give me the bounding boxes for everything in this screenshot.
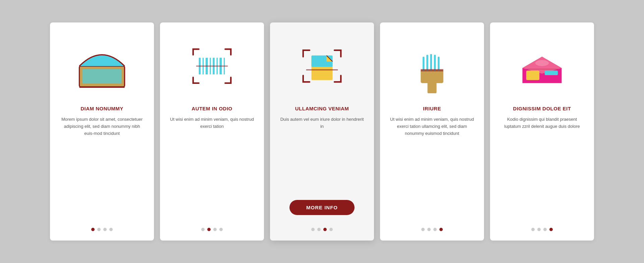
svg-rect-20 [438, 57, 440, 71]
card-5-title: DIGNISSIM DOLOE EIT [513, 106, 571, 111]
dot [103, 228, 107, 231]
card-1-text: Morem ipsum dolor sit amet, consectetuer… [59, 116, 145, 221]
svg-rect-19 [434, 55, 436, 71]
card-4: IRIURE Ut wisi enim ad minim veniam, qui… [380, 22, 484, 241]
card-2-title: AUTEM IN ODIO [192, 106, 232, 111]
svg-rect-17 [426, 55, 428, 71]
file-scan-icon [292, 36, 352, 96]
card-4-text: Ut wisi enim ad minim veniam, quis nostr… [389, 116, 475, 221]
card-2-dots [201, 228, 223, 231]
palette-icon [512, 36, 572, 96]
card-4-title: IRIURE [423, 106, 441, 111]
svg-rect-24 [545, 71, 558, 75]
barcode-icon [182, 36, 242, 96]
svg-rect-23 [526, 71, 539, 80]
dot [109, 228, 113, 231]
card-3: ULLAMCING VENIAM Duis autem vel eum iriu… [270, 22, 374, 241]
brush-icon [402, 36, 462, 96]
cards-container: DIAM NONUMMY Morem ipsum dolor sit amet,… [30, 9, 614, 254]
dot [549, 228, 553, 231]
svg-rect-1 [83, 69, 122, 84]
dot [439, 228, 443, 231]
card-5-text: Kodio dignissim qui blandit praesent lup… [499, 116, 585, 221]
dot [543, 228, 547, 231]
dot [427, 228, 431, 231]
svg-rect-22 [428, 82, 437, 93]
card-1: DIAM NONUMMY Morem ipsum dolor sit amet,… [50, 22, 154, 241]
dot [97, 228, 101, 231]
svg-rect-18 [430, 54, 432, 71]
svg-point-25 [535, 60, 549, 66]
dot [531, 228, 535, 231]
dot [317, 228, 321, 231]
card-1-dots [91, 228, 113, 231]
card-1-title: DIAM NONUMMY [80, 106, 123, 111]
card-3-text: Duis autem vel eum iriure dolor in hendr… [279, 116, 365, 194]
card-5-dots [531, 228, 553, 231]
dot [213, 228, 217, 231]
card-5: DIGNISSIM DOLOE EIT Kodio dignissim qui … [490, 22, 594, 241]
dot [311, 228, 315, 231]
dot [323, 228, 327, 231]
card-3-title: ULLAMCING VENIAM [295, 106, 349, 111]
svg-rect-15 [421, 70, 443, 83]
svg-rect-16 [423, 57, 425, 71]
card-4-dots [421, 228, 443, 231]
svg-rect-21 [421, 69, 443, 71]
card-2: AUTEM IN ODIO Ut wisi enim ad minim veni… [160, 22, 264, 241]
dot [421, 228, 425, 231]
dot [433, 228, 437, 231]
card-3-dots [311, 228, 333, 231]
dot [329, 228, 333, 231]
dot [201, 228, 205, 231]
dot [91, 228, 95, 231]
scanner-icon [72, 36, 132, 96]
dot [219, 228, 223, 231]
card-2-text: Ut wisi enim ad minim veniam, quis nostr… [169, 116, 255, 221]
dot [207, 228, 211, 231]
more-info-button[interactable]: MORE INFO [289, 200, 355, 215]
dot [537, 228, 541, 231]
